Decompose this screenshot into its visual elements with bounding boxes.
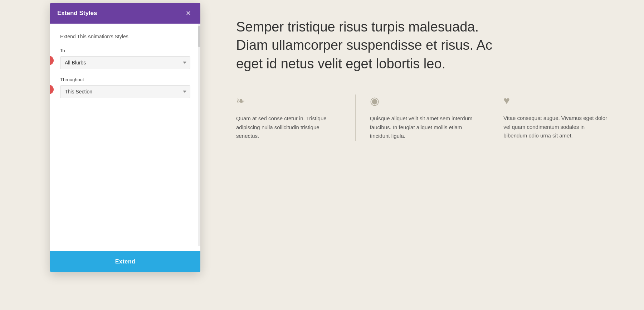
- blurb-3-text: Vitae consequat augue. Vivamus eget dolo…: [503, 114, 608, 140]
- blurb-2: ◉ Quisque aliquet velit sit amet sem int…: [370, 95, 489, 141]
- modal-title: Extend Styles: [57, 10, 97, 17]
- blurb-3-icon: ♥: [503, 95, 608, 107]
- modal-footer: Extend: [50, 251, 200, 272]
- throughout-select[interactable]: This Section Entire Page All Sections: [60, 85, 190, 98]
- blurb-2-text: Quisque aliquet velit sit amet sem inter…: [370, 114, 475, 141]
- step-badge-1: 1: [50, 56, 54, 65]
- extend-button[interactable]: Extend: [50, 251, 200, 272]
- close-button[interactable]: ✕: [184, 9, 193, 17]
- blurb-3: ♥ Vitae consequat augue. Vivamus eget do…: [503, 95, 623, 140]
- blurb-1-text: Quam at sed conse ctetur in. Tristique a…: [236, 114, 341, 141]
- throughout-field-group: 2 Throughout This Section Entire Page Al…: [60, 77, 190, 98]
- blurb-2-icon: ◉: [370, 95, 475, 107]
- step-badge-2: 2: [50, 85, 54, 94]
- blurb-1: ❧ Quam at sed conse ctetur in. Tristique…: [236, 95, 356, 141]
- scrollbar-track[interactable]: [198, 24, 200, 246]
- scrollbar-thumb[interactable]: [198, 26, 200, 47]
- blurb-1-icon: ❧: [236, 95, 341, 107]
- to-field-group: 1 To All Blurbs This Blurb All Modules T…: [60, 48, 190, 69]
- modal-header: Extend Styles ✕: [50, 3, 200, 24]
- extend-styles-modal: Extend Styles ✕ Extend This Animation's …: [50, 3, 200, 272]
- content-area: Semper tristique risus turpis malesuada.…: [215, 0, 644, 159]
- to-label: To: [60, 48, 190, 53]
- modal-body: Extend This Animation's Styles 1 To All …: [50, 24, 200, 251]
- hero-text: Semper tristique risus turpis malesuada.…: [236, 18, 508, 73]
- blurbs-row: ❧ Quam at sed conse ctetur in. Tristique…: [236, 95, 623, 141]
- throughout-label: Throughout: [60, 77, 190, 82]
- modal-subtitle: Extend This Animation's Styles: [60, 34, 190, 39]
- to-select[interactable]: All Blurbs This Blurb All Modules This M…: [60, 56, 190, 69]
